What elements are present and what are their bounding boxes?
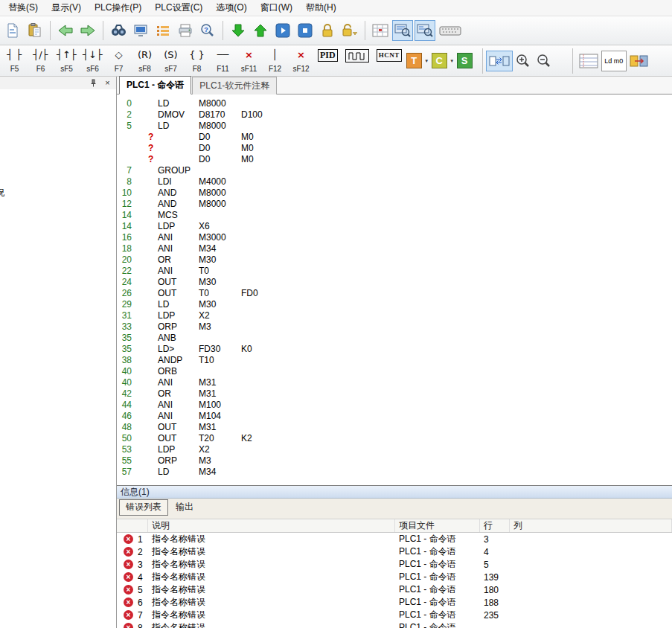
code-line[interactable]: 18 ANI M34 (121, 243, 672, 254)
upload-from-plc-icon[interactable] (250, 20, 271, 41)
error-row[interactable]: 7 指令名称错误 PLC1 - 命令语 235 (117, 609, 672, 621)
menu-item[interactable]: 窗口(W) (254, 0, 299, 16)
unlock-icon[interactable] (339, 20, 360, 41)
editor-tab[interactable]: PLC1-软元件注释 (192, 77, 277, 94)
help-search-icon[interactable]: ? (197, 20, 218, 41)
code-line[interactable]: 40 ANI M31 (121, 377, 672, 388)
counter-dropdown-icon[interactable] (448, 53, 456, 68)
ladder-instruction-button[interactable]: (S) sF7 (158, 45, 184, 75)
lock-icon[interactable] (317, 20, 338, 41)
stop-plc-icon[interactable] (295, 20, 316, 41)
code-line[interactable]: 24 OUT M30 (121, 277, 672, 288)
code-line[interactable]: 26 OUT T0 FD0 (121, 288, 672, 299)
code-line[interactable]: 2 DMOV D8170 D100 (121, 109, 672, 121)
code-line[interactable]: 50 OUT T20 K2 (121, 433, 672, 444)
ladder-instruction-button[interactable]: ┤↓├ sF6 (80, 45, 106, 75)
code-line[interactable]: 16 ANI M3000 (121, 232, 672, 243)
device-monitor-icon[interactable] (415, 20, 435, 41)
code-line[interactable]: 46 ANI M104 (121, 411, 672, 422)
state-button[interactable]: S (457, 53, 473, 68)
pid-button[interactable]: PID (314, 46, 342, 76)
error-row[interactable]: 4 指令名称错误 PLC1 - 命令语 139 (117, 571, 672, 583)
code-line[interactable]: 8 LDI M4000 (121, 176, 672, 188)
hcnt-button[interactable]: HCNT (373, 46, 406, 76)
zoom-out-icon[interactable] (534, 51, 554, 71)
instruction-list-icon[interactable] (153, 20, 173, 41)
error-row[interactable]: 1 指令名称错误 PLC1 - 命令语 3 (117, 533, 672, 545)
code-line[interactable]: 35 ANB (121, 333, 672, 344)
code-line[interactable]: 22 ANI T0 (121, 266, 672, 277)
menu-item[interactable]: 选项(O) (209, 0, 253, 16)
close-panel-icon[interactable]: × (103, 78, 112, 88)
code-line[interactable]: 40 ORB (121, 366, 672, 377)
code-line[interactable]: 14 MCS (121, 210, 672, 221)
pulse-button[interactable] (342, 46, 373, 76)
menu-item[interactable]: 显示(V) (45, 0, 88, 16)
open-file-icon[interactable] (2, 20, 23, 41)
code-line[interactable]: 33 ORP M3 (121, 321, 672, 333)
information-tab[interactable]: 错误列表 (119, 499, 168, 516)
ladder-instruction-button[interactable]: ┤ ├ F5 (1, 45, 28, 75)
menu-item[interactable]: PLC设置(C) (148, 0, 209, 16)
code-line[interactable]: 0 LD M8000 (121, 98, 672, 109)
code-line[interactable]: ? D0 M0 (121, 143, 672, 154)
convert-icon[interactable] (627, 51, 652, 71)
error-row[interactable]: 8 指令名称错误 PLC1 - 命令语 (117, 621, 672, 628)
code-line[interactable]: 44 ANI M100 (121, 400, 672, 411)
code-line[interactable]: 31 LDP X2 (121, 310, 672, 321)
menu-item[interactable]: PLC操作(P) (88, 0, 148, 16)
data-monitor-icon[interactable] (392, 20, 413, 41)
back-icon[interactable] (55, 20, 76, 41)
error-row[interactable]: 6 指令名称错误 PLC1 - 命令语 188 (117, 596, 672, 609)
code-line[interactable]: ? D0 M0 (121, 132, 672, 143)
editor-tab[interactable]: PLC1 - 命令语 (119, 76, 191, 94)
error-row[interactable]: 3 指令名称错误 PLC1 - 命令语 5 (117, 558, 672, 571)
counter-button[interactable]: C (432, 53, 447, 68)
code-line[interactable]: 10 AND M8000 (121, 188, 672, 199)
code-line[interactable]: 57 LD M34 (121, 467, 672, 478)
code-line[interactable]: 53 LDP X2 (121, 444, 672, 455)
code-line[interactable]: 12 AND M8000 (121, 199, 672, 210)
code-line[interactable]: ? D0 M0 (121, 154, 672, 165)
ladder-instruction-button[interactable]: ── F11 (210, 45, 236, 75)
run-plc-icon[interactable] (272, 20, 293, 41)
ladder-instruction-button[interactable]: ┤↑├ sF5 (54, 45, 80, 75)
pin-icon[interactable] (89, 78, 98, 88)
code-line[interactable]: 55 ORP M3 (121, 455, 672, 467)
ld-m0-button[interactable]: Ld m0 (601, 51, 627, 71)
code-line[interactable]: 14 LDP X6 (121, 221, 672, 232)
ladder-instruction-button[interactable]: │ F12 (262, 45, 288, 75)
print-icon[interactable] (175, 20, 196, 41)
ladder-instruction-button[interactable]: ┤/├ F6 (28, 45, 54, 75)
ladder-monitor-icon[interactable] (370, 20, 391, 41)
menu-item[interactable]: 帮助(H) (299, 0, 343, 16)
error-row[interactable]: 2 指令名称错误 PLC1 - 命令语 4 (117, 545, 672, 558)
forward-icon[interactable] (77, 20, 98, 41)
ladder-instruction-button[interactable]: ◇ F7 (106, 45, 132, 75)
zoom-in-icon[interactable] (513, 51, 534, 71)
paste-icon[interactable] (25, 20, 45, 41)
code-line[interactable]: 48 OUT M31 (121, 422, 672, 433)
error-row[interactable]: 5 指令名称错误 PLC1 - 命令语 180 (117, 583, 672, 596)
monitor-icon[interactable] (130, 20, 151, 41)
code-line[interactable]: 35 LD> FD30 K0 (121, 344, 672, 355)
find-icon[interactable] (108, 20, 129, 41)
timer-dropdown-icon[interactable] (423, 53, 431, 68)
information-tab[interactable]: 输出 (170, 500, 199, 515)
ladder-instruction-button[interactable]: { } F8 (184, 45, 210, 75)
ladder-view-icon[interactable] (576, 51, 601, 71)
code-line[interactable]: 5 LD M8000 (121, 121, 672, 132)
keyboard-icon[interactable] (437, 20, 464, 41)
instruction-editor[interactable]: 0 LD M8000 2 DMOV D8170 D100 (117, 94, 672, 485)
code-line[interactable]: 20 OR M30 (121, 254, 672, 266)
ladder-instruction-button[interactable]: × sF11 (236, 45, 262, 75)
ladder-instruction-button[interactable]: (R) sF8 (132, 45, 158, 75)
code-line[interactable]: 38 ANDP T10 (121, 355, 672, 366)
ladder-instruction-button[interactable]: × sF12 (288, 45, 314, 75)
code-line[interactable]: 42 OR M31 (121, 388, 672, 400)
menu-item[interactable]: 替换(S) (1, 0, 45, 16)
timer-button[interactable]: T (406, 53, 422, 68)
download-to-plc-icon[interactable] (228, 20, 249, 41)
code-line[interactable]: 7 GROUP (121, 165, 672, 176)
ladder-instruction-toggle-icon[interactable] (486, 51, 513, 71)
